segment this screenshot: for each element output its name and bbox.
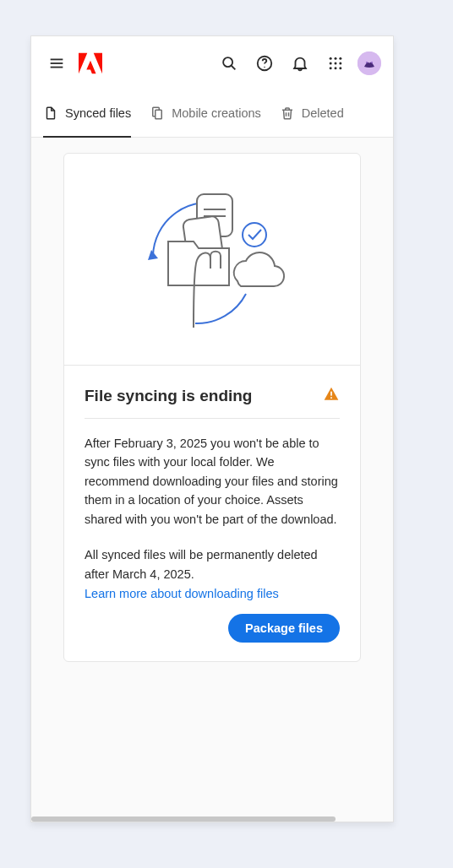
card-title: File syncing is ending	[85, 387, 252, 405]
avatar[interactable]	[357, 52, 381, 75]
svg-rect-20	[156, 110, 162, 119]
apps-grid-icon[interactable]	[322, 50, 349, 77]
hamburger-menu-icon[interactable]	[43, 50, 70, 77]
content-area: File syncing is ending After February 3,…	[31, 138, 393, 822]
sync-illustration	[64, 154, 360, 366]
tab-synced-files[interactable]: Synced files	[43, 90, 131, 138]
notice-paragraph-2: All synced files will be permanently del…	[85, 545, 340, 583]
svg-point-28	[243, 223, 266, 247]
tab-deleted[interactable]: Deleted	[280, 90, 344, 138]
horizontal-scrollbar[interactable]	[31, 816, 336, 822]
help-icon[interactable]	[251, 50, 278, 77]
warning-icon	[323, 386, 340, 406]
notifications-icon[interactable]	[287, 50, 314, 77]
svg-point-6	[264, 67, 265, 68]
svg-point-9	[339, 57, 341, 60]
top-bar	[31, 36, 393, 90]
svg-point-3	[223, 57, 232, 67]
tab-label: Mobile creations	[172, 106, 261, 120]
divider	[85, 418, 340, 419]
sync-ending-card: File syncing is ending After February 3,…	[63, 153, 361, 662]
search-icon[interactable]	[216, 50, 243, 77]
svg-point-17	[366, 62, 368, 63]
svg-point-7	[330, 57, 332, 60]
adobe-logo-icon[interactable]	[79, 52, 102, 74]
svg-rect-29	[330, 392, 332, 396]
svg-point-18	[371, 62, 373, 63]
package-files-button[interactable]: Package files	[228, 614, 340, 643]
svg-point-8	[335, 57, 337, 60]
tab-label: Deleted	[302, 106, 344, 120]
learn-more-link[interactable]: Learn more about downloading files	[85, 587, 340, 600]
svg-rect-30	[330, 397, 332, 399]
svg-point-12	[339, 62, 341, 65]
svg-line-4	[232, 66, 236, 70]
notice-paragraph-1: After February 3, 2025 you won't be able…	[85, 434, 340, 529]
svg-point-10	[330, 62, 332, 65]
tabs: Synced files Mobile creations Deleted	[31, 90, 393, 138]
tab-mobile-creations[interactable]: Mobile creations	[150, 90, 261, 138]
svg-point-11	[335, 62, 337, 65]
svg-point-15	[339, 67, 341, 69]
tab-label: Synced files	[65, 106, 131, 120]
svg-point-14	[335, 67, 337, 69]
svg-point-13	[330, 67, 332, 69]
